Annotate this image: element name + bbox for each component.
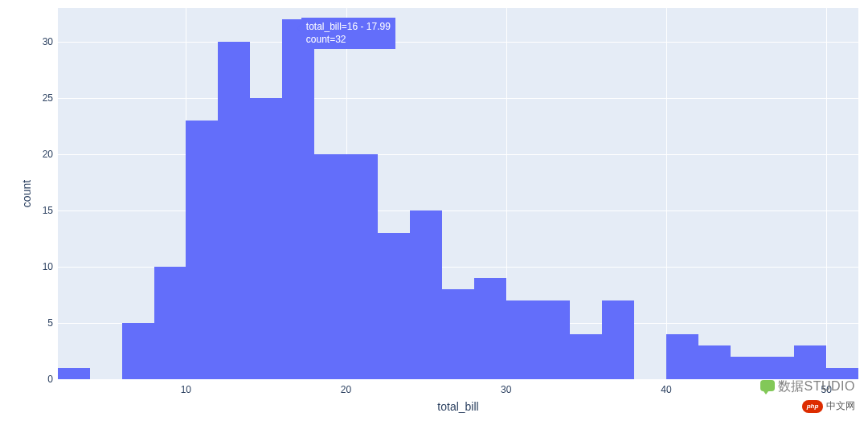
histogram-bar[interactable] — [794, 345, 826, 379]
histogram-bar[interactable] — [282, 19, 314, 379]
histogram-bar[interactable] — [570, 334, 602, 379]
histogram-bar[interactable] — [58, 368, 90, 379]
histogram-bar[interactable] — [762, 357, 794, 379]
y-tick-label: 10 — [21, 261, 58, 272]
histogram-bar[interactable] — [250, 98, 282, 379]
histogram-bar[interactable] — [122, 323, 154, 379]
gridline-vertical — [666, 8, 667, 379]
php-badge-icon: php — [802, 400, 823, 413]
x-tick-label: 40 — [650, 379, 682, 395]
histogram-bar[interactable] — [346, 154, 379, 379]
x-tick-label: 20 — [330, 379, 362, 395]
y-tick-label: 30 — [21, 36, 58, 47]
histogram-bar[interactable] — [506, 300, 538, 379]
histogram-bar[interactable] — [538, 300, 571, 379]
histogram-bar[interactable] — [410, 210, 442, 379]
histogram-bar[interactable] — [378, 233, 410, 379]
histogram-bar[interactable] — [602, 300, 634, 379]
histogram-bar[interactable] — [474, 278, 506, 379]
y-tick-label: 20 — [21, 149, 58, 160]
watermark-studio: 数据STUDIO — [760, 378, 855, 395]
x-axis-label: total_bill — [58, 400, 858, 413]
histogram-bar[interactable] — [826, 368, 858, 379]
gridline-horizontal — [58, 154, 858, 155]
histogram-bar[interactable] — [154, 267, 186, 379]
gridline-horizontal — [58, 42, 858, 43]
histogram-bar[interactable] — [218, 42, 250, 379]
watermark-php: php 中文网 — [802, 399, 855, 413]
plot-area[interactable]: 0510152025301020304050 — [58, 8, 858, 379]
histogram-bar[interactable] — [731, 357, 763, 379]
gridline-horizontal — [58, 210, 858, 211]
histogram-chart: 0510152025301020304050 count total_bill … — [0, 0, 868, 421]
x-tick-label: 10 — [170, 379, 202, 395]
histogram-bar[interactable] — [698, 345, 731, 379]
y-tick-label: 0 — [21, 374, 58, 385]
gridline-vertical — [826, 8, 827, 379]
gridline-horizontal — [58, 98, 858, 99]
histogram-bar[interactable] — [442, 289, 474, 379]
y-axis-label: count — [20, 180, 33, 207]
y-tick-label: 25 — [21, 92, 58, 104]
histogram-bar[interactable] — [186, 121, 218, 379]
wechat-icon — [760, 380, 775, 391]
y-tick-label: 5 — [21, 317, 58, 329]
x-tick-label: 30 — [490, 379, 522, 395]
histogram-bar[interactable] — [666, 334, 698, 379]
histogram-bar[interactable] — [314, 154, 346, 379]
